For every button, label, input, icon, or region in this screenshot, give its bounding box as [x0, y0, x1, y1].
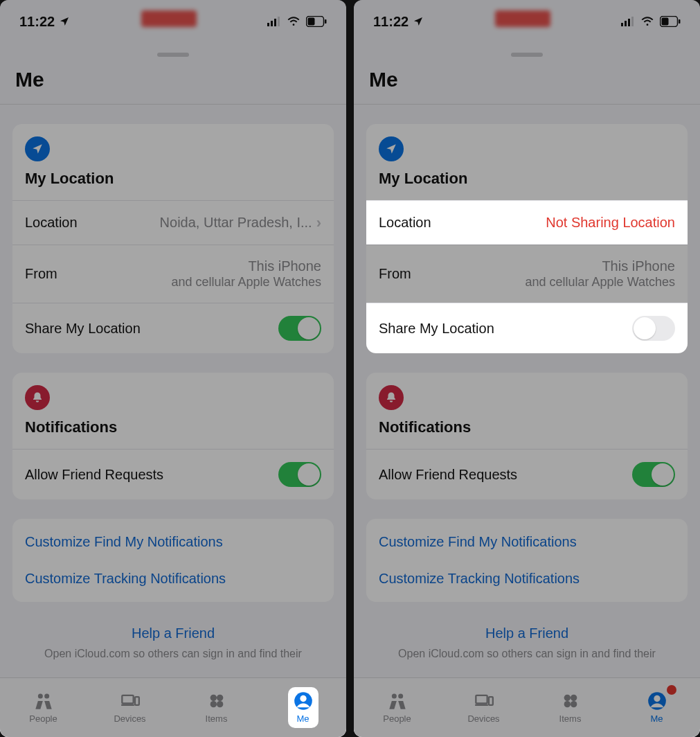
share-my-location-toggle[interactable]	[278, 316, 321, 341]
my-location-card: My Location Location Noida, Uttar Prades…	[12, 124, 334, 353]
grabber[interactable]	[511, 53, 543, 57]
svg-rect-7	[325, 19, 327, 24]
tab-people[interactable]: People	[0, 678, 87, 737]
location-arrow-icon	[59, 16, 70, 27]
notifications-card: Notifications Allow Friend Requests	[12, 373, 334, 499]
tab-devices[interactable]: Devices	[440, 678, 527, 737]
redacted-region	[141, 10, 197, 27]
people-icon	[388, 691, 407, 711]
tab-bar: People Devices Items Me	[354, 677, 700, 737]
svg-rect-3	[278, 17, 280, 26]
svg-rect-0	[267, 23, 269, 26]
svg-rect-11	[135, 697, 139, 705]
svg-point-32	[564, 701, 570, 707]
from-value: This iPhone	[248, 258, 321, 274]
page-title: Me	[0, 62, 346, 104]
tab-people[interactable]: People	[354, 678, 440, 737]
from-subvalue: and cellular Apple Watches	[172, 274, 321, 290]
svg-rect-19	[625, 21, 627, 26]
svg-point-30	[564, 695, 570, 701]
tab-items[interactable]: Items	[173, 678, 260, 737]
location-arrow-icon	[413, 16, 424, 27]
bell-icon	[25, 385, 50, 410]
tab-items[interactable]: Items	[527, 678, 613, 737]
svg-rect-18	[621, 23, 623, 26]
help-description: Open iCloud.com so others can sign in an…	[366, 647, 688, 661]
svg-point-4	[293, 24, 295, 26]
allow-friend-requests-toggle[interactable]	[632, 462, 675, 487]
share-my-location-row: Share My Location	[12, 303, 334, 353]
customize-tracking-link[interactable]: Customize Tracking Notifications	[366, 562, 688, 599]
location-arrow-icon	[25, 136, 50, 161]
from-row[interactable]: From This iPhone and cellular Apple Watc…	[12, 245, 334, 303]
svg-rect-25	[679, 19, 681, 24]
notifications-header: Notifications	[25, 418, 321, 443]
bell-icon	[379, 385, 404, 410]
svg-point-9	[44, 694, 49, 699]
tab-me[interactable]: Me	[613, 678, 700, 737]
svg-rect-24	[662, 18, 669, 26]
customize-findmy-link[interactable]: Customize Find My Notifications	[366, 522, 688, 562]
tab-me[interactable]: Me	[260, 678, 346, 737]
allow-friend-requests-toggle[interactable]	[278, 462, 321, 487]
person-icon	[647, 691, 667, 711]
location-value: Noida, Uttar Pradesh, I...	[160, 215, 312, 231]
svg-rect-20	[628, 19, 630, 26]
svg-point-27	[398, 694, 403, 699]
svg-rect-10	[122, 695, 133, 704]
svg-point-33	[571, 701, 577, 707]
notification-links-card: Customize Find My Notifications Customiz…	[366, 519, 688, 602]
share-my-location-row: Share My Location	[366, 303, 688, 353]
battery-icon	[660, 16, 681, 27]
location-row[interactable]: Location Not Sharing Location	[366, 200, 688, 245]
svg-point-22	[647, 24, 649, 26]
svg-point-14	[210, 701, 216, 707]
notification-badge	[667, 685, 676, 695]
help-a-friend-link[interactable]: Help a Friend	[485, 625, 568, 641]
status-time: 11:22	[19, 14, 55, 30]
redacted-region	[495, 10, 550, 27]
svg-point-31	[571, 695, 577, 701]
battery-icon	[306, 16, 327, 27]
svg-rect-28	[476, 695, 487, 704]
status-bar: 11:22	[0, 0, 346, 43]
tab-devices[interactable]: Devices	[87, 678, 173, 737]
allow-friend-requests-row: Allow Friend Requests	[366, 449, 688, 499]
cellular-icon	[267, 17, 281, 26]
devices-icon	[474, 691, 494, 711]
notifications-header: Notifications	[379, 418, 675, 443]
screenshot-right: 11:22 Me	[354, 0, 700, 737]
location-row[interactable]: Location Noida, Uttar Pradesh, I... ›	[12, 200, 334, 245]
location-arrow-icon	[379, 136, 404, 161]
cellular-icon	[621, 17, 635, 26]
svg-point-35	[654, 695, 660, 702]
items-icon	[207, 691, 226, 711]
grabber[interactable]	[157, 53, 189, 57]
location-value: Not Sharing Location	[546, 215, 675, 231]
svg-point-15	[217, 701, 223, 707]
chevron-right-icon: ›	[316, 214, 321, 232]
my-location-header: My Location	[25, 170, 321, 195]
svg-point-8	[37, 694, 42, 699]
status-bar: 11:22	[354, 0, 700, 43]
my-location-header: My Location	[379, 170, 675, 195]
help-description: Open iCloud.com so others can sign in an…	[12, 647, 334, 661]
from-row[interactable]: From This iPhone and cellular Apple Watc…	[366, 245, 688, 303]
notifications-card: Notifications Allow Friend Requests	[366, 373, 688, 499]
me-sheet: Me My Location Location Not Sharing Loca…	[354, 46, 700, 737]
person-icon	[294, 691, 313, 711]
screenshot-left: 11:22 Me	[0, 0, 346, 737]
help-a-friend-link[interactable]: Help a Friend	[132, 625, 215, 641]
svg-rect-2	[274, 19, 276, 26]
customize-tracking-link[interactable]: Customize Tracking Notifications	[12, 562, 334, 599]
svg-point-17	[300, 695, 306, 702]
people-icon	[34, 691, 53, 711]
customize-findmy-link[interactable]: Customize Find My Notifications	[12, 522, 334, 562]
page-title: Me	[354, 62, 700, 104]
svg-point-26	[391, 694, 396, 699]
svg-rect-1	[271, 21, 273, 26]
share-my-location-toggle[interactable]	[632, 316, 675, 341]
from-value: This iPhone	[602, 258, 675, 274]
from-subvalue: and cellular Apple Watches	[526, 274, 675, 290]
wifi-icon	[640, 17, 654, 26]
